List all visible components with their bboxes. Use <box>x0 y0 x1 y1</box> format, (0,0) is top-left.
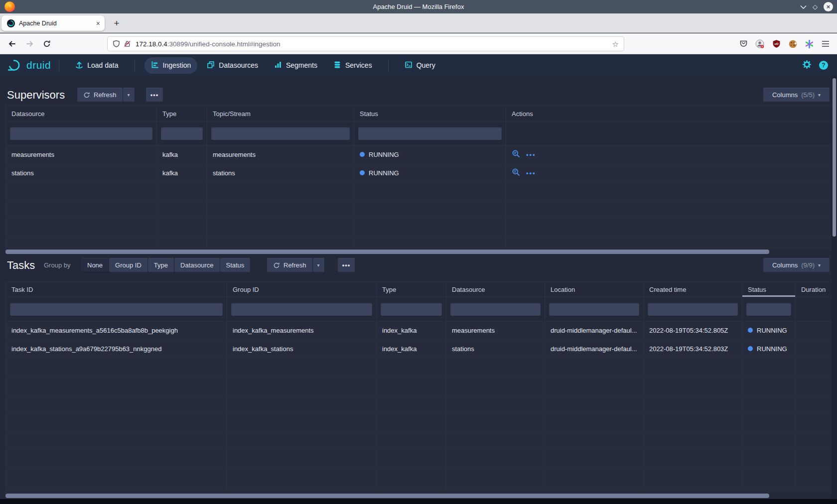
druid-favicon <box>7 19 15 27</box>
running-status-dot <box>360 152 365 157</box>
settings-gear-icon[interactable] <box>802 60 812 71</box>
help-icon[interactable]: ? <box>819 61 828 70</box>
nav-item-services[interactable]: Services <box>327 57 379 74</box>
task-row[interactable]: index_kafka_stations_a9a679b22795b63_nnk… <box>6 340 832 358</box>
window-close-icon[interactable]: × <box>824 2 833 11</box>
supervisors-header: Supervisors Refresh ▾ ••• Columns(5/5)▾ <box>0 88 837 103</box>
column-header-status[interactable]: Status <box>354 106 506 121</box>
task-group-id-filter[interactable] <box>231 303 372 316</box>
druid-navbar: druid Load data Ingestion Datasources <box>0 55 837 76</box>
ublock-icon[interactable]: uO <box>771 39 781 49</box>
column-header-status-sorted[interactable]: Status <box>742 282 796 297</box>
nav-item-datasources[interactable]: Datasources <box>200 57 265 74</box>
reload-button[interactable] <box>41 38 53 50</box>
forward-button[interactable] <box>24 38 36 50</box>
page-vscrollbar[interactable] <box>832 76 837 499</box>
nav-divider <box>388 59 389 72</box>
segments-icon <box>274 61 282 70</box>
svg-text:uO: uO <box>774 42 779 45</box>
supervisors-more-button[interactable]: ••• <box>146 88 163 102</box>
column-header-duration[interactable]: Duration <box>796 282 832 297</box>
url-bar[interactable]: 172.18.0.4:30899/unified-console.html#in… <box>107 36 624 51</box>
supervisor-status-filter[interactable] <box>358 127 502 140</box>
group-by-datasource-button[interactable]: Datasource <box>174 258 219 272</box>
nav-divider <box>135 59 135 72</box>
task-status-filter[interactable] <box>746 303 791 316</box>
tracking-shield-icon[interactable] <box>113 40 120 48</box>
inspect-magnifier-icon[interactable] <box>512 149 520 159</box>
group-by-none-button[interactable]: None <box>81 258 109 272</box>
supervisors-refresh-button[interactable]: Refresh <box>77 88 123 102</box>
supervisors-table-header: Datasource Type Topic/Stream Status Acti… <box>6 106 832 122</box>
row-more-actions-icon[interactable]: ••• <box>526 151 536 158</box>
tasks-refresh-button[interactable]: Refresh <box>267 258 312 272</box>
column-header-type[interactable]: Type <box>157 106 207 121</box>
supervisors-columns-button[interactable]: Columns(5/5)▾ <box>763 88 830 102</box>
column-header-task-id[interactable]: Task ID <box>6 282 227 297</box>
browser-tab[interactable]: Apache Druid × <box>1 15 105 31</box>
supervisors-table: Datasource Type Topic/Stream Status Acti… <box>5 106 832 249</box>
tasks-filter-row <box>6 297 832 321</box>
column-header-type[interactable]: Type <box>377 282 446 297</box>
bookmark-star-icon[interactable]: ☆ <box>612 40 619 48</box>
task-row[interactable]: index_kafka_measurements_a5616c5ba8afb8b… <box>6 321 832 340</box>
task-created-time-filter[interactable] <box>648 303 738 316</box>
empty-row <box>6 238 832 249</box>
column-header-created-time[interactable]: Created time <box>644 282 742 297</box>
empty-row <box>6 469 832 487</box>
menu-hamburger-icon[interactable] <box>821 39 831 49</box>
supervisor-datasource-filter[interactable] <box>10 127 152 140</box>
datasources-icon <box>207 61 215 70</box>
back-button[interactable] <box>6 38 18 50</box>
task-datasource-filter[interactable] <box>450 303 541 316</box>
tasks-columns-button[interactable]: Columns(9/9)▾ <box>763 258 830 272</box>
tasks-table: Task ID Group ID Type Datasource Locatio… <box>5 281 832 493</box>
empty-row <box>6 377 832 395</box>
task-type-filter[interactable] <box>381 303 442 316</box>
task-location-filter[interactable] <box>549 303 639 316</box>
group-by-status-button[interactable]: Status <box>220 258 251 272</box>
window-maximize-icon[interactable]: ◇ <box>813 3 818 10</box>
column-header-datasource[interactable]: Datasource <box>6 106 157 121</box>
new-tab-button[interactable]: + <box>110 17 123 30</box>
supervisor-topic-filter[interactable] <box>211 127 350 140</box>
group-by-group-id-button[interactable]: Group ID <box>109 258 147 272</box>
actions-cell: ••• <box>506 145 832 163</box>
pocket-icon[interactable] <box>738 39 748 49</box>
column-header-location[interactable]: Location <box>545 282 644 297</box>
column-header-group-id[interactable]: Group ID <box>227 282 377 297</box>
tasks-refresh-dropdown[interactable]: ▾ <box>313 258 324 272</box>
running-status-dot <box>748 328 753 333</box>
row-more-actions-icon[interactable]: ••• <box>526 169 536 177</box>
tasks-more-button[interactable]: ••• <box>338 258 355 272</box>
nav-item-load-data[interactable]: Load data <box>69 57 125 74</box>
supervisor-type-filter[interactable] <box>161 127 203 140</box>
tasks-hscrollbar[interactable] <box>5 494 832 499</box>
window-minimize-icon[interactable] <box>800 5 807 9</box>
load-data-icon <box>75 61 83 70</box>
druid-brand-text: druid <box>26 59 51 71</box>
supervisors-refresh-dropdown[interactable]: ▾ <box>123 88 135 102</box>
supervisor-row[interactable]: stations kafka stations RUNNING ••• <box>6 164 832 182</box>
profile-icon[interactable] <box>755 39 765 49</box>
cookie-icon[interactable] <box>788 39 798 49</box>
group-by-type-button[interactable]: Type <box>148 258 174 272</box>
nav-item-query[interactable]: Query <box>398 57 442 74</box>
supervisor-row[interactable]: measurements kafka measurements RUNNING … <box>6 145 832 164</box>
extension-asterisk-icon[interactable] <box>804 39 814 49</box>
task-id-filter[interactable] <box>10 303 223 316</box>
empty-row <box>6 201 832 219</box>
nav-item-segments[interactable]: Segments <box>268 57 324 74</box>
inspect-magnifier-icon[interactable] <box>512 168 520 178</box>
druid-logo[interactable]: druid <box>7 59 51 72</box>
column-header-topic-stream[interactable]: Topic/Stream <box>207 106 354 121</box>
nav-item-ingestion[interactable]: Ingestion <box>144 57 198 74</box>
column-header-datasource[interactable]: Datasource <box>446 282 545 297</box>
status-cell: RUNNING <box>742 321 796 339</box>
supervisors-title: Supervisors <box>7 88 65 103</box>
tab-close-icon[interactable]: × <box>96 20 100 27</box>
supervisors-hscrollbar[interactable] <box>5 250 832 254</box>
insecure-lock-icon[interactable] <box>124 40 131 48</box>
nav-label: Services <box>345 61 372 69</box>
empty-row <box>6 219 832 238</box>
